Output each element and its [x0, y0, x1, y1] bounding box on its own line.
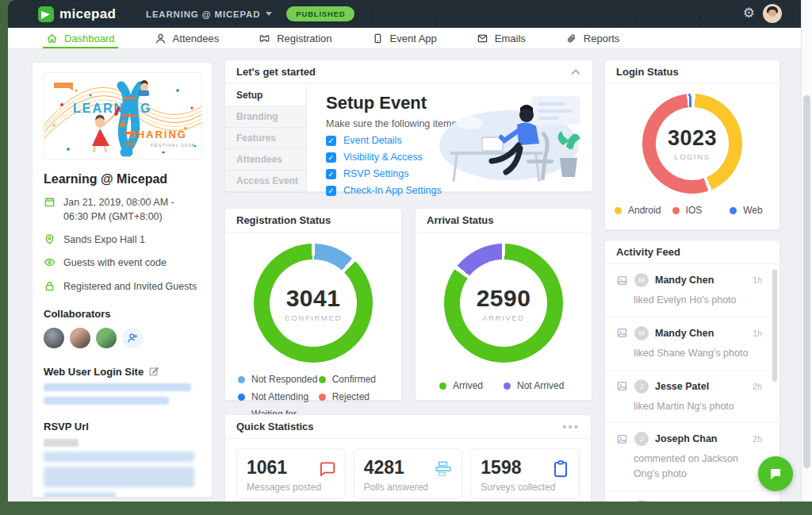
legend-dot-icon	[238, 394, 245, 401]
legend-rejected: Rejected	[319, 391, 389, 402]
feed-item[interactable]: JJesse Patel2hliked Martin Ng's photo	[605, 371, 779, 424]
svg-text:&: &	[119, 117, 126, 129]
tab-event-app[interactable]: Event App	[369, 28, 440, 48]
edit-icon[interactable]	[148, 366, 159, 377]
rsvp-url-label: RSVP Url	[44, 421, 89, 432]
legend-dot-icon	[439, 382, 446, 390]
chat-fab-button[interactable]	[758, 456, 793, 491]
tab-dashboard[interactable]: Dashboard	[43, 28, 118, 48]
setup-tab-attendees[interactable]: Attendees	[225, 149, 306, 171]
event-detail-eye: Guests with event code	[44, 256, 201, 270]
setup-tab-setup[interactable]: Setup	[225, 85, 306, 106]
web-login-url-redacted[interactable]	[44, 397, 169, 405]
registration-count: 3041	[286, 285, 341, 312]
chevron-up-icon[interactable]	[570, 67, 581, 78]
tab-attendees[interactable]: Attendees	[151, 28, 223, 48]
quick-statistics-title: Quick Statistics	[236, 421, 314, 432]
tab-registration[interactable]: Registration	[255, 28, 335, 48]
legend-dot-icon	[504, 382, 511, 390]
gear-icon[interactable]: ⚙	[743, 5, 755, 21]
login-count: 3023	[668, 126, 717, 151]
get-started-panel: Let's get started SetupBrandingFeaturesA…	[224, 60, 593, 192]
web-login-label-row: Web User Login Site	[44, 366, 201, 378]
feed-scrollbar[interactable]	[772, 269, 777, 382]
svg-text:FESTIVAL 2018: FESTIVAL 2018	[151, 143, 195, 148]
mail-icon	[477, 33, 488, 44]
registration-donut-chart: 3041 CONFIRMED	[254, 244, 373, 363]
tab-emails[interactable]: Emails	[473, 28, 529, 48]
chat-icon	[316, 459, 337, 479]
checked-checkbox-icon[interactable]: ✓	[326, 186, 336, 196]
collaborator-avatar[interactable]	[70, 328, 90, 348]
home-icon	[46, 33, 58, 44]
checked-checkbox-icon[interactable]: ✓	[326, 136, 336, 146]
micepad-logo[interactable]: micepad	[38, 6, 116, 22]
page-scrollbar-thumb[interactable]	[803, 95, 810, 468]
legend-dot-icon	[319, 394, 326, 401]
event-detail-pin: Sands Expo Hall 1	[44, 233, 201, 247]
main-nav: DashboardAttendeesRegistrationEvent AppE…	[8, 28, 812, 49]
phone-icon	[372, 33, 384, 44]
login-donut-chart: 3023 LOGINS	[642, 94, 742, 194]
checklist-item-check-in-app-settings[interactable]: ✓Check-In App Settings	[326, 185, 592, 196]
activity-feed-title: Activity Feed	[616, 246, 680, 258]
person-icon	[155, 33, 167, 44]
login-count-label: LOGINS	[674, 152, 710, 161]
feed-item[interactable]: MMandy Chen1hliked Evelyn Ho's photo	[605, 264, 779, 317]
event-banner-image: LEARNING & SHARING FESTIVAL 2018	[44, 72, 202, 159]
rsvp-url-redacted[interactable]	[44, 452, 194, 462]
event-detail-calendar: Jan 21, 2019, 08:00 AM - 06:30 PM (GMT+8…	[44, 195, 201, 224]
login-status-panel: Login Status 3023 LOGINS AndroidIOSWeb	[604, 60, 780, 230]
quick-statistics-panel: Quick Statistics ••• 1061Messages posted…	[224, 414, 592, 502]
pin-icon	[44, 233, 56, 245]
feed-avatar: M	[634, 326, 649, 340]
page-scrollbar[interactable]	[801, 0, 812, 502]
legend-web: Web	[730, 205, 770, 216]
legend-dot-icon	[730, 207, 737, 214]
event-summary-card: LEARNING & SHARING FESTIVAL 2018	[32, 62, 213, 498]
collaborator-avatar[interactable]	[44, 328, 64, 348]
add-collaborator-button[interactable]	[122, 328, 143, 348]
feed-avatar: M	[634, 273, 649, 287]
legend-android: Android	[615, 205, 672, 216]
rsvp-label-row: RSVP Url	[44, 421, 201, 432]
legend-dot-icon	[319, 376, 326, 383]
login-status-title: Login Status	[616, 66, 679, 78]
setup-tab-branding[interactable]: Branding	[225, 106, 306, 128]
event-selector[interactable]: LEARNING @ MICEPAD	[146, 10, 272, 19]
setup-tab-access-event[interactable]: Access Event	[225, 171, 306, 192]
clipboard-icon	[550, 459, 571, 479]
lock-icon	[44, 280, 56, 292]
legend-dot-icon	[238, 376, 245, 383]
svg-text:LEARNING: LEARNING	[73, 102, 152, 115]
more-options-icon[interactable]: •••	[562, 420, 580, 433]
stat-surveys-collected: 1598Surveys collected	[470, 448, 580, 499]
feed-avatar: J	[634, 432, 649, 446]
tab-reports[interactable]: Reports	[562, 28, 623, 48]
arrival-donut-chart: 2590 ARRIVED	[444, 244, 563, 363]
rsvp-url-redacted[interactable]	[44, 467, 194, 487]
feed-item[interactable]: MMandy Chen1hliked Shane Wang's photo	[605, 317, 779, 371]
user-avatar[interactable]	[763, 4, 782, 23]
setup-tab-features[interactable]: Features	[225, 128, 306, 149]
setup-illustration	[438, 91, 584, 185]
feed-item[interactable]: SSimone Lee3hposted a new photo at Day 2…	[605, 491, 779, 502]
feed-item[interactable]: JJoseph Chan2hcommented on Jackson Ong's…	[605, 423, 779, 491]
rsvp-url-redacted[interactable]	[44, 492, 116, 498]
legend-dot-icon	[615, 207, 622, 214]
photo-icon	[616, 275, 628, 286]
svg-text:SHARING: SHARING	[128, 129, 187, 140]
rsvp-url-redacted	[44, 439, 79, 447]
feed-avatar: J	[634, 379, 649, 394]
web-login-url-redacted[interactable]	[44, 383, 191, 391]
collaborator-avatar[interactable]	[96, 328, 117, 348]
checked-checkbox-icon[interactable]: ✓	[326, 169, 336, 179]
legend-ios: IOS	[672, 205, 730, 216]
get-started-title: Let's get started	[236, 66, 316, 78]
eye-icon	[44, 256, 56, 268]
event-selector-label: LEARNING @ MICEPAD	[146, 10, 260, 19]
poll-icon	[433, 459, 454, 479]
checked-checkbox-icon[interactable]: ✓	[326, 152, 336, 163]
collaborators-label: Collaborators	[44, 308, 201, 320]
arrival-count: 2590	[477, 285, 531, 312]
